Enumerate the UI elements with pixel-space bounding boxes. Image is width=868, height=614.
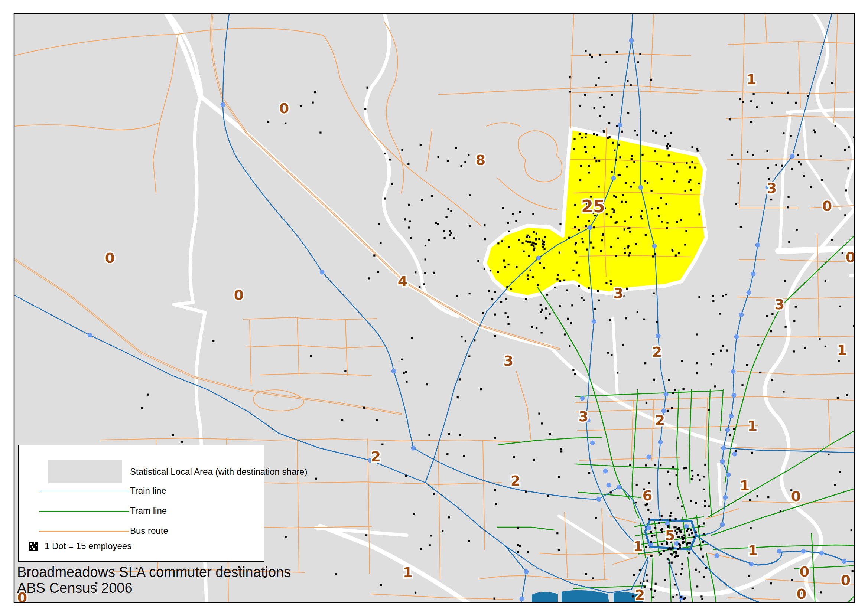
- employee-dot: [384, 153, 385, 154]
- employee-dot: [583, 299, 585, 301]
- employee-dot: [772, 313, 773, 315]
- employee-dot: [630, 84, 632, 86]
- employee-dot: [704, 505, 706, 507]
- employee-dot: [845, 189, 847, 191]
- employee-dot: [631, 155, 633, 157]
- employee-dot: [484, 268, 486, 270]
- employee-dot: [702, 556, 704, 558]
- employee-dot: [401, 358, 403, 360]
- employee-dot: [312, 102, 314, 104]
- employee-dot: [543, 267, 545, 269]
- employee-dot: [652, 597, 654, 598]
- employee-dot: [544, 236, 546, 238]
- employee-dot: [504, 266, 506, 268]
- employee-dot: [590, 242, 592, 243]
- employee-dot: [648, 518, 650, 520]
- share-label: 3: [579, 408, 589, 425]
- employee-dot: [695, 502, 697, 504]
- employee-dot: [181, 441, 183, 443]
- employee-dot: [448, 433, 450, 435]
- employee-dot: [533, 231, 535, 233]
- employee-dot: [700, 595, 702, 597]
- employee-dot: [696, 372, 698, 374]
- employee-dot: [624, 252, 626, 254]
- employee-dot: [517, 527, 519, 529]
- employee-dot: [752, 154, 754, 156]
- employee-dot: [542, 246, 544, 248]
- train-station: [611, 176, 616, 181]
- employee-dot: [661, 515, 663, 517]
- employee-dot: [645, 504, 647, 506]
- employee-dot: [378, 223, 380, 225]
- legend-tram-line-sample: [39, 511, 129, 512]
- share-label: 4: [398, 273, 407, 290]
- employee-dot: [685, 467, 687, 469]
- employee-dot: [468, 541, 470, 543]
- employee-dot: [676, 221, 678, 223]
- employee-dot: [559, 280, 561, 282]
- employee-dot: [542, 243, 544, 245]
- employee-dot: [644, 362, 646, 364]
- employee-dot: [561, 450, 562, 452]
- share-label: 5: [665, 527, 675, 543]
- employee-dot: [722, 295, 724, 297]
- employee-dot: [571, 304, 573, 306]
- train-station: [520, 597, 525, 602]
- employee-dot: [839, 305, 841, 307]
- employee-dot: [405, 371, 407, 373]
- employee-dot: [627, 245, 629, 247]
- employee-dot: [601, 239, 603, 241]
- employee-dot: [559, 305, 561, 307]
- employee-dot: [704, 464, 706, 465]
- employee-dot: [672, 547, 673, 549]
- employee-dot: [560, 448, 562, 450]
- employee-dot: [525, 298, 527, 300]
- employee-dot: [686, 543, 688, 545]
- employee-dot: [548, 313, 550, 315]
- employee-dot: [675, 551, 677, 553]
- employee-dot: [579, 179, 581, 181]
- employee-dot: [567, 318, 568, 319]
- employee-dot: [415, 271, 416, 273]
- train-station: [592, 319, 596, 324]
- employee-dot: [377, 271, 379, 273]
- employee-dot: [613, 212, 615, 214]
- train-station: [596, 497, 601, 502]
- employee-dot: [538, 238, 540, 240]
- employee-dot: [689, 543, 691, 544]
- employee-dot: [628, 254, 630, 256]
- employee-dot: [669, 562, 671, 563]
- employee-dot: [637, 61, 639, 63]
- employee-dot: [639, 53, 641, 54]
- employee-dot: [731, 154, 733, 156]
- employee-dot: [653, 293, 655, 295]
- employee-dot: [589, 54, 590, 56]
- legend-train-label: Train line: [130, 485, 166, 496]
- employee-dot: [667, 558, 669, 560]
- employee-dot: [626, 166, 628, 167]
- employee-dot: [861, 448, 863, 450]
- employee-dot: [656, 321, 658, 323]
- employee-dot: [699, 296, 700, 298]
- employee-dot: [643, 581, 644, 583]
- employee-dot: [450, 232, 452, 234]
- employee-dot: [616, 51, 618, 53]
- employee-dot: [610, 280, 612, 282]
- employee-dot: [661, 543, 663, 545]
- employee-dot: [729, 434, 731, 436]
- employee-dot: [795, 306, 797, 308]
- employee-dot: [580, 165, 582, 167]
- employee-dot: [647, 580, 649, 582]
- employee-dot: [586, 249, 588, 251]
- employee-dot: [687, 542, 689, 544]
- share-label: 1: [748, 418, 757, 434]
- employee-dot: [698, 183, 700, 185]
- employee-dot: [516, 266, 517, 268]
- employee-dot: [503, 260, 505, 262]
- employee-dot: [572, 369, 574, 371]
- share-label: 0: [234, 287, 244, 303]
- employee-dot: [684, 243, 686, 245]
- train-station: [647, 526, 651, 530]
- employee-dot: [408, 226, 410, 228]
- employee-dot: [598, 160, 600, 162]
